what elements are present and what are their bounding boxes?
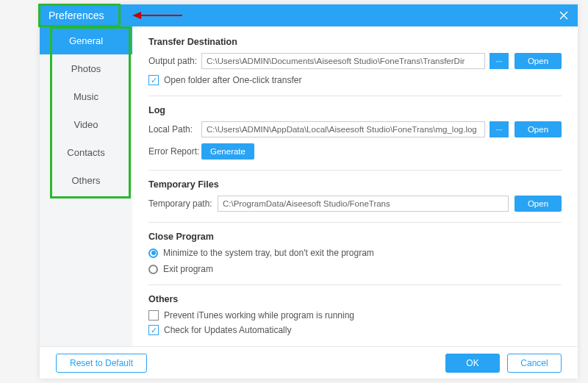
sidebar-item-label: Video <box>74 119 98 130</box>
section-others: Others Prevent iTunes working while prog… <box>148 294 562 335</box>
generate-button[interactable]: Generate <box>201 143 254 160</box>
section-title: Log <box>148 105 562 115</box>
sidebar-item-label: Contacts <box>67 147 104 158</box>
sidebar-item-video[interactable]: Video <box>40 110 132 138</box>
output-path-label: Output path: <box>148 56 201 66</box>
divider <box>148 284 562 285</box>
content: Transfer Destination Output path: ··· Op… <box>132 26 578 346</box>
check-updates-checkbox[interactable] <box>148 325 159 335</box>
open-after-checkbox[interactable] <box>148 75 159 85</box>
footer: Reset to Default OK Cancel <box>40 346 578 379</box>
section-transfer: Transfer Destination Output path: ··· Op… <box>148 37 562 85</box>
section-title: Temporary Files <box>148 179 562 190</box>
open-after-label: Open folder after One-click transfer <box>164 75 301 85</box>
ok-button[interactable]: OK <box>445 354 500 373</box>
local-path-input[interactable] <box>201 121 485 137</box>
sidebar-item-others[interactable]: Others <box>40 166 132 194</box>
sidebar-item-general[interactable]: General <box>40 26 132 54</box>
local-path-label: Local Path: <box>148 124 201 135</box>
section-temp: Temporary Files Temporary path: Open <box>148 179 562 212</box>
error-report-label: Error Report: <box>148 146 201 157</box>
sidebar-item-music[interactable]: Music <box>40 82 132 110</box>
section-close: Close Program Minimize to the system tra… <box>148 232 562 274</box>
local-browse-button[interactable]: ··· <box>490 121 509 137</box>
output-browse-button[interactable]: ··· <box>490 53 509 69</box>
sidebar-item-label: General <box>69 35 103 46</box>
output-open-button[interactable]: Open <box>514 53 562 69</box>
section-title: Close Program <box>148 232 562 242</box>
check-updates-label: Check for Updates Automatically <box>164 325 291 335</box>
exit-radio[interactable] <box>148 265 158 274</box>
body: General Photos Music Video Contacts Othe… <box>40 26 578 346</box>
prevent-itunes-checkbox[interactable] <box>148 310 159 321</box>
temp-path-input[interactable] <box>218 196 509 212</box>
minimize-radio[interactable] <box>148 248 158 258</box>
sidebar-item-photos[interactable]: Photos <box>40 54 132 82</box>
preferences-window: Preferences General Photos Music Video C… <box>40 4 578 379</box>
section-title: Transfer Destination <box>148 37 562 47</box>
sidebar-item-contacts[interactable]: Contacts <box>40 138 132 166</box>
reset-button[interactable]: Reset to Default <box>56 354 147 373</box>
window-title: Preferences <box>49 10 104 21</box>
temp-open-button[interactable]: Open <box>514 196 562 212</box>
section-log: Log Local Path: ··· Open Error Report: G… <box>148 105 562 160</box>
sidebar: General Photos Music Video Contacts Othe… <box>40 26 132 346</box>
divider <box>148 96 562 96</box>
divider <box>148 170 562 171</box>
close-icon <box>559 11 568 20</box>
sidebar-item-label: Music <box>74 91 98 102</box>
local-open-button[interactable]: Open <box>514 121 562 137</box>
output-path-input[interactable] <box>201 53 485 69</box>
sidebar-item-label: Others <box>71 175 100 186</box>
sidebar-item-label: Photos <box>71 63 101 74</box>
divider <box>148 222 562 223</box>
minimize-label: Minimize to the system tray, but don't e… <box>163 248 374 258</box>
cancel-button[interactable]: Cancel <box>507 354 562 373</box>
titlebar: Preferences <box>40 4 578 26</box>
temp-path-label: Temporary path: <box>148 198 218 209</box>
section-title: Others <box>148 294 562 304</box>
prevent-itunes-label: Prevent iTunes working while program is … <box>164 310 354 321</box>
exit-label: Exit program <box>163 264 213 274</box>
close-button[interactable] <box>550 4 578 26</box>
